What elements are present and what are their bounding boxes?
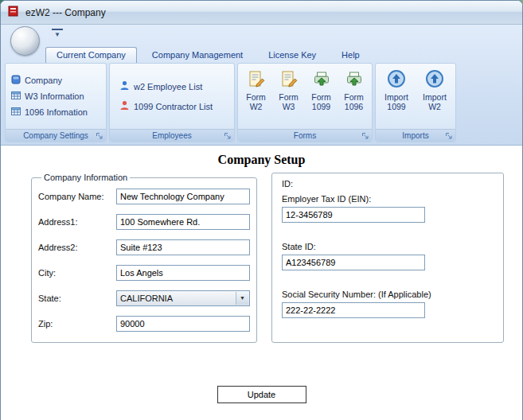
import-1099-button[interactable]: Import 1099 [381, 69, 412, 111]
button-label-line1: Form [344, 92, 364, 102]
address2-row: Address2: [38, 239, 250, 255]
page-title: Company Setup [1, 153, 522, 167]
ssn-input[interactable] [282, 302, 425, 318]
ribbon-item-w3-information[interactable]: W3 Information [11, 91, 100, 102]
state-row: State: CALIFORNIA ▼ [38, 290, 250, 306]
state-id-label: State ID: [282, 242, 494, 251]
button-label-line1: Import [423, 92, 447, 102]
state-select[interactable]: CALIFORNIA ▼ [116, 290, 250, 306]
ribbon-item-1099-contractor-list[interactable]: 1099 Contractor List [119, 100, 228, 112]
dialog-launcher-icon[interactable] [224, 132, 232, 140]
form-print-icon [345, 69, 364, 90]
import-up-circle-icon [387, 69, 406, 90]
import-w2-button[interactable]: Import W2 [420, 69, 450, 111]
button-label-line2: W3 [283, 102, 295, 111]
ribbon-item-label: w2 Employee List [134, 82, 202, 91]
zip-row: Zip: [38, 315, 250, 332]
ribbon-item-label: W3 Information [25, 91, 84, 101]
ribbon-group-employees: w2 Employee List 1099 Contractor List [109, 63, 235, 142]
ribbon-item-w2-employee-list[interactable]: w2 Employee List [119, 80, 228, 92]
person-red-icon [119, 100, 130, 112]
ribbon: ▼ Current Company Company Management Lic… [1, 25, 522, 146]
button-label-line1: Import [384, 92, 408, 102]
button-label-line2: 1099 [387, 102, 405, 111]
company-name-label: Company Name: [38, 192, 116, 201]
button-label-line2: W2 [250, 102, 263, 111]
group-caption-label: Employees [152, 131, 191, 140]
state-label: State: [38, 294, 116, 303]
main-content: Company Setup Company Information Compan… [1, 146, 522, 420]
group-caption-label: Forms [294, 131, 316, 140]
ribbon-item-company[interactable]: Company [11, 75, 100, 86]
address1-row: Address1: [38, 213, 250, 230]
update-button[interactable]: Update [217, 386, 306, 403]
group-caption-label: Company Settings [23, 131, 88, 140]
group-caption-imports: Imports [376, 129, 455, 142]
tab-license-key[interactable]: License Key [258, 48, 326, 63]
address1-input[interactable] [116, 214, 250, 230]
button-label-line2: 1099 [312, 102, 330, 111]
city-label: City: [38, 268, 116, 278]
state-id-input[interactable] [282, 255, 425, 270]
app-icon [8, 5, 21, 21]
address1-label: Address1: [38, 217, 116, 227]
dialog-launcher-icon[interactable] [361, 132, 369, 140]
ribbon-item-1096-information[interactable]: 1096 Infomation [11, 107, 100, 118]
form-edit-icon [279, 69, 299, 90]
company-name-row: Company Name: [38, 188, 250, 204]
state-selected-value: CALIFORNIA [120, 294, 173, 303]
person-blue-icon [119, 80, 130, 92]
form-print-icon [312, 69, 331, 90]
ein-input[interactable] [282, 207, 425, 223]
button-label-line2: W2 [428, 102, 441, 111]
quick-access-dropdown-icon[interactable]: ▼ [52, 29, 63, 39]
window-title: ezW2 --- Company [25, 7, 106, 18]
button-label-line1: Form [311, 92, 331, 102]
zip-label: Zip: [38, 319, 116, 329]
ein-label: Employer Tax ID (EIN): [282, 194, 494, 204]
company-name-input[interactable] [116, 189, 250, 204]
city-input[interactable] [116, 265, 250, 281]
chevron-down-icon: ▼ [236, 292, 248, 305]
button-label-line1: Form [279, 92, 299, 102]
title-bar: ezW2 --- Company [1, 1, 522, 25]
id-groupbox: ID: Employer Tax ID (EIN): State ID: Soc… [271, 173, 504, 343]
ribbon-group-company-settings: Company W3 Information [5, 63, 107, 142]
zip-input[interactable] [116, 316, 250, 332]
tab-company-management[interactable]: Company Management [142, 48, 253, 63]
company-information-groupbox: Company Information Company Name: Addres… [31, 173, 257, 343]
table-icon [11, 107, 21, 118]
button-label-line2: 1096 [345, 102, 363, 111]
ribbon-item-label: 1099 Contractor List [134, 102, 213, 111]
group-caption-employees: Employees [110, 129, 234, 142]
form-1099-button[interactable]: Form 1099 [306, 69, 337, 111]
application-orb-button[interactable] [10, 26, 40, 56]
table-icon [11, 91, 21, 102]
group-caption-label: Imports [402, 131, 428, 140]
ribbon-group-imports: Import 1099 Import W2 [375, 63, 456, 142]
address2-input[interactable] [116, 239, 250, 255]
tab-help[interactable]: Help [331, 48, 370, 63]
form-edit-icon [247, 69, 266, 90]
import-up-circle-icon [425, 69, 444, 90]
ssn-label: Social Security Number: (If Applicable) [282, 290, 494, 299]
form-1096-button[interactable]: Form 1096 [339, 69, 369, 111]
tab-current-company[interactable]: Current Company [45, 47, 137, 63]
form-w2-button[interactable]: Form W2 [241, 69, 271, 111]
app-window: ezW2 --- Company ▼ Current Company Compa… [0, 0, 523, 420]
company-icon [11, 75, 21, 86]
id-heading: ID: [282, 179, 494, 189]
ribbon-tab-strip: Current Company Company Management Licen… [45, 45, 370, 63]
ribbon-groups: Company W3 Information [5, 63, 456, 142]
address2-label: Address2: [38, 243, 116, 252]
button-label-line1: Form [246, 92, 266, 102]
ribbon-item-label: 1096 Infomation [25, 107, 88, 117]
ribbon-item-label: Company [25, 76, 62, 85]
dialog-launcher-icon[interactable] [96, 132, 103, 140]
dialog-launcher-icon[interactable] [445, 132, 453, 140]
group-caption-forms: Forms [238, 129, 372, 142]
ribbon-group-forms: Form W2 Form [237, 63, 373, 142]
form-w3-button[interactable]: Form W3 [274, 69, 304, 111]
group-caption-company-settings: Company Settings [6, 129, 106, 142]
city-row: City: [38, 264, 250, 281]
